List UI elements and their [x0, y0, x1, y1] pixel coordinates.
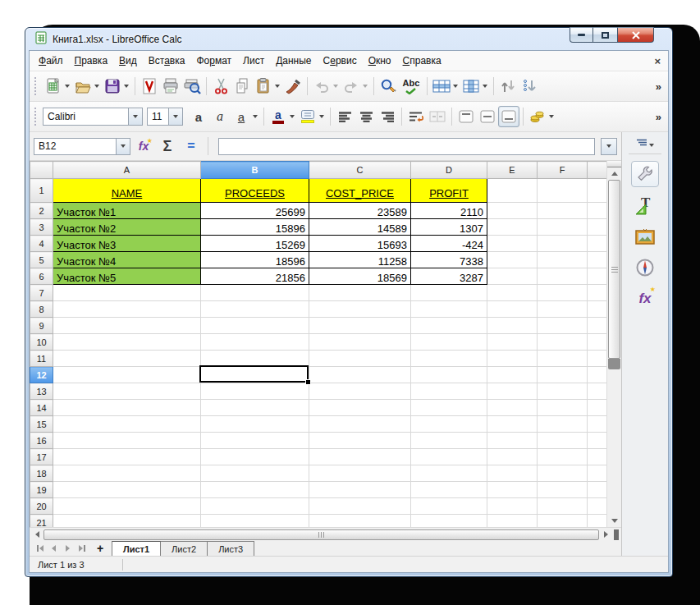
currency-dropdown-arrow[interactable]: [549, 115, 554, 118]
cell-B6[interactable]: 21856: [201, 268, 309, 285]
cell-E4[interactable]: [487, 236, 538, 252]
cell-F11[interactable]: [538, 351, 588, 367]
cell-F8[interactable]: [538, 301, 588, 318]
cell-F16[interactable]: [538, 433, 588, 449]
cell-G14[interactable]: [588, 400, 607, 416]
spreadsheet-grid[interactable]: ABCDEF1NAMEPROCEEDSCOST_PRICEPROFIT2Учас…: [30, 161, 606, 527]
vertical-scroll-track[interactable]: [607, 180, 621, 515]
underline-button[interactable]: a: [231, 106, 252, 127]
cell-G19[interactable]: [588, 482, 607, 498]
cell-D15[interactable]: [411, 416, 487, 433]
cell-G4[interactable]: [588, 236, 607, 252]
align-vcenter-button[interactable]: [477, 106, 498, 127]
cell-B14[interactable]: [201, 400, 309, 416]
add-sheet-button[interactable]: +: [92, 541, 108, 556]
new-document-button[interactable]: [43, 76, 64, 97]
row-dropdown-arrow[interactable]: [453, 85, 458, 88]
cell-C11[interactable]: [309, 351, 411, 367]
cell-F6[interactable]: [538, 268, 588, 285]
cell-B2[interactable]: 25699: [201, 203, 309, 219]
cell-A5[interactable]: Участок №4: [53, 252, 201, 268]
menu-item-10[interactable]: Справка: [397, 52, 447, 70]
cell-B13[interactable]: [201, 383, 309, 400]
font-name-dropdown[interactable]: [128, 108, 142, 125]
menu-item-8[interactable]: Сервис: [318, 52, 363, 70]
cell-G5[interactable]: [588, 252, 607, 268]
toolbar-overflow-button[interactable]: »: [656, 111, 664, 123]
maximize-button[interactable]: [593, 27, 617, 43]
export-pdf-button[interactable]: [139, 76, 160, 97]
new-dropdown-arrow[interactable]: [65, 85, 70, 88]
cell-C15[interactable]: [309, 416, 411, 433]
cell-B20[interactable]: [201, 498, 309, 515]
row-header-4[interactable]: 4: [30, 236, 53, 252]
cell-C6[interactable]: 18569: [309, 268, 411, 285]
cell-C12[interactable]: [309, 367, 411, 383]
cell-E11[interactable]: [487, 351, 538, 367]
cell-B3[interactable]: 15896: [201, 219, 309, 236]
row-header-10[interactable]: 10: [30, 334, 53, 351]
insert-column-button[interactable]: [460, 76, 482, 97]
cell-D4[interactable]: -424: [411, 236, 487, 252]
cell-D10[interactable]: [411, 334, 487, 351]
cell-G6[interactable]: [588, 268, 607, 285]
next-sheet-button[interactable]: [61, 541, 75, 556]
column-header-partial[interactable]: [588, 162, 607, 179]
sum-button[interactable]: Σ: [157, 135, 178, 157]
copy-button[interactable]: [231, 76, 253, 97]
cell-C20[interactable]: [309, 498, 411, 515]
cell-A9[interactable]: [53, 318, 201, 334]
cell-A17[interactable]: [53, 449, 201, 465]
row-header-5[interactable]: 5: [30, 252, 53, 268]
cell-E18[interactable]: [487, 465, 538, 482]
cell-G20[interactable]: [588, 498, 607, 515]
cell-B18[interactable]: [201, 465, 309, 482]
cell-D5[interactable]: 7338: [411, 252, 487, 268]
toolbar-grip[interactable]: [34, 108, 39, 126]
cell-E8[interactable]: [487, 301, 538, 318]
wrap-text-button[interactable]: [405, 106, 427, 127]
cell-C16[interactable]: [309, 433, 411, 449]
last-sheet-button[interactable]: [75, 541, 89, 556]
sidebar-gallery-button[interactable]: [631, 223, 659, 250]
row-header-17[interactable]: 17: [30, 449, 53, 465]
cell-C14[interactable]: [309, 400, 411, 416]
cell-C8[interactable]: [309, 301, 411, 318]
row-header-6[interactable]: 6: [30, 268, 53, 285]
cell-F21[interactable]: [538, 515, 588, 528]
cell-A1[interactable]: NAME: [53, 179, 201, 203]
cell-B7[interactable]: [201, 285, 309, 301]
cell-A4[interactable]: Участок №3: [53, 236, 201, 252]
cell-G21[interactable]: [588, 515, 607, 528]
cell-G16[interactable]: [588, 433, 607, 449]
column-header-D[interactable]: D: [411, 162, 487, 179]
row-header-8[interactable]: 8: [30, 301, 53, 318]
cell-D1[interactable]: PROFIT: [411, 179, 487, 203]
cell-A13[interactable]: [53, 383, 201, 400]
cell-F15[interactable]: [538, 416, 588, 433]
sidebar-properties-button[interactable]: [631, 161, 659, 187]
cell-E1[interactable]: [487, 179, 538, 203]
currency-format-button[interactable]: [527, 106, 548, 127]
cell-G2[interactable]: [588, 203, 607, 219]
cell-B17[interactable]: [201, 449, 309, 465]
align-center-button[interactable]: [355, 106, 377, 127]
menu-item-3[interactable]: Вид: [113, 52, 143, 70]
menu-item-9[interactable]: Окно: [363, 52, 397, 70]
cell-B16[interactable]: [201, 433, 309, 449]
undo-dropdown-arrow[interactable]: [333, 85, 338, 88]
cell-D21[interactable]: [411, 515, 487, 528]
row-header-19[interactable]: 19: [30, 482, 53, 498]
sort-button[interactable]: [497, 76, 519, 97]
redo-button[interactable]: [341, 76, 362, 97]
cell-C4[interactable]: 15693: [309, 236, 411, 252]
cell-F12[interactable]: [538, 367, 588, 383]
redo-dropdown-arrow[interactable]: [363, 85, 368, 88]
cell-G9[interactable]: [588, 318, 607, 334]
sort-descending-button[interactable]: [519, 76, 540, 97]
cell-E12[interactable]: [487, 367, 538, 383]
cell-C19[interactable]: [309, 482, 411, 498]
row-header-12[interactable]: 12: [30, 367, 53, 383]
spelling-button[interactable]: Abc: [399, 76, 423, 97]
cell-E19[interactable]: [487, 482, 538, 498]
